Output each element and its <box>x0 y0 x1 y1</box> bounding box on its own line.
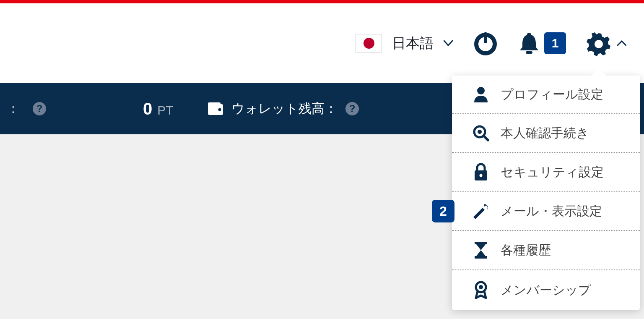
menu-badge: 2 <box>432 200 454 222</box>
menu-label: メール・表示設定 <box>501 203 602 220</box>
help-icon[interactable]: ? <box>32 102 47 116</box>
svg-rect-2 <box>526 51 532 54</box>
menu-item-mail-display[interactable]: 2 メール・表示設定 <box>452 192 640 231</box>
menu-label: メンバーシップ <box>501 282 591 299</box>
svg-point-20 <box>479 285 483 289</box>
user-icon <box>472 86 490 103</box>
menu-label: 各種履歴 <box>501 242 551 259</box>
svg-point-16 <box>480 174 483 177</box>
lock-icon <box>472 163 490 181</box>
settings-button[interactable] <box>586 31 626 56</box>
notification-badge: 1 <box>544 32 566 54</box>
wrench-icon <box>472 202 490 220</box>
menu-item-membership[interactable]: メンバーシップ <box>452 270 640 310</box>
svg-point-13 <box>478 130 482 134</box>
wallet-icon <box>207 102 224 116</box>
wallet-label: ウォレット残高： <box>231 100 338 118</box>
header-right: 日本語 1 <box>356 31 626 56</box>
notifications[interactable]: 1 <box>518 31 566 55</box>
hourglass-icon <box>472 241 490 259</box>
identity-icon <box>472 124 490 142</box>
help-icon[interactable]: ? <box>345 102 359 116</box>
menu-label: セキュリティ設定 <box>501 164 604 181</box>
svg-point-11 <box>477 87 485 94</box>
menu-item-profile[interactable]: プロフィール設定 <box>452 76 640 114</box>
top-accent-bar <box>0 0 644 3</box>
menu-label: プロフィール設定 <box>501 86 603 103</box>
svg-point-8 <box>218 108 221 111</box>
settings-dropdown: プロフィール設定 本人確認手続き セキュリティ設定 2 メール・表示設定 各種履… <box>452 76 640 310</box>
chevron-down-icon <box>444 40 453 46</box>
menu-item-history[interactable]: 各種履歴 <box>452 231 640 270</box>
chevron-up-icon <box>617 40 626 46</box>
menu-label: 本人確認手続き <box>501 125 589 142</box>
ribbon-icon <box>472 280 490 300</box>
language-label: 日本語 <box>392 34 434 53</box>
svg-rect-17 <box>475 242 487 244</box>
svg-rect-18 <box>475 256 487 259</box>
svg-rect-7 <box>208 102 221 106</box>
svg-line-14 <box>484 136 488 140</box>
menu-item-identity[interactable]: 本人確認手続き <box>452 114 640 153</box>
language-selector[interactable]: 日本語 <box>356 34 453 53</box>
menu-item-security[interactable]: セキュリティ設定 <box>452 153 640 192</box>
header: 日本語 1 <box>0 3 644 83</box>
power-icon[interactable] <box>473 31 498 56</box>
svg-rect-1 <box>484 32 487 43</box>
svg-text:?: ? <box>349 103 355 114</box>
flag-japan-icon <box>356 34 382 52</box>
gear-icon <box>586 31 611 56</box>
info-leading: ： ? <box>7 100 47 118</box>
bell-icon <box>518 31 540 55</box>
points-unit: PT <box>157 103 173 118</box>
points-display: 0 PT <box>143 99 174 118</box>
wallet-display: ウォレット残高： ? <box>207 100 359 118</box>
leading-colon: ： <box>7 100 20 118</box>
points-value: 0 <box>143 99 152 118</box>
svg-point-3 <box>595 40 603 48</box>
svg-text:?: ? <box>36 103 43 114</box>
